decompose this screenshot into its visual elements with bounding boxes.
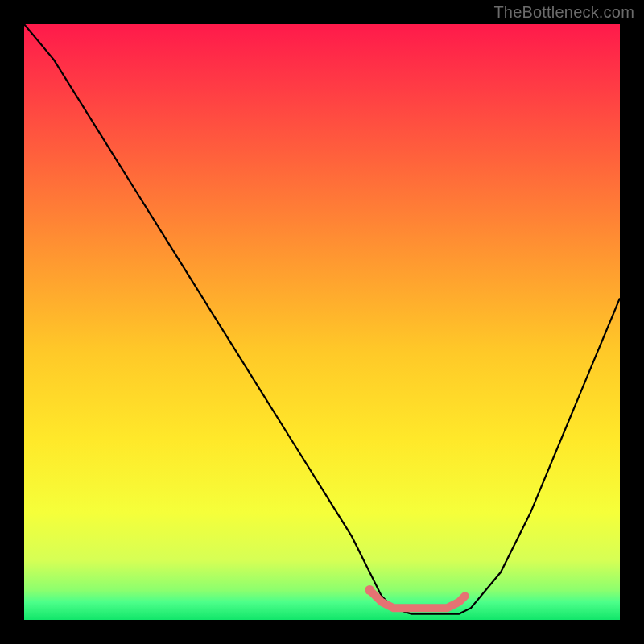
plot-area bbox=[24, 24, 620, 620]
gradient-background bbox=[24, 24, 620, 620]
chart-frame: TheBottleneck.com bbox=[0, 0, 644, 644]
optimal-start-dot bbox=[365, 585, 374, 595]
watermark-text: TheBottleneck.com bbox=[493, 3, 634, 22]
chart-svg bbox=[24, 24, 620, 620]
